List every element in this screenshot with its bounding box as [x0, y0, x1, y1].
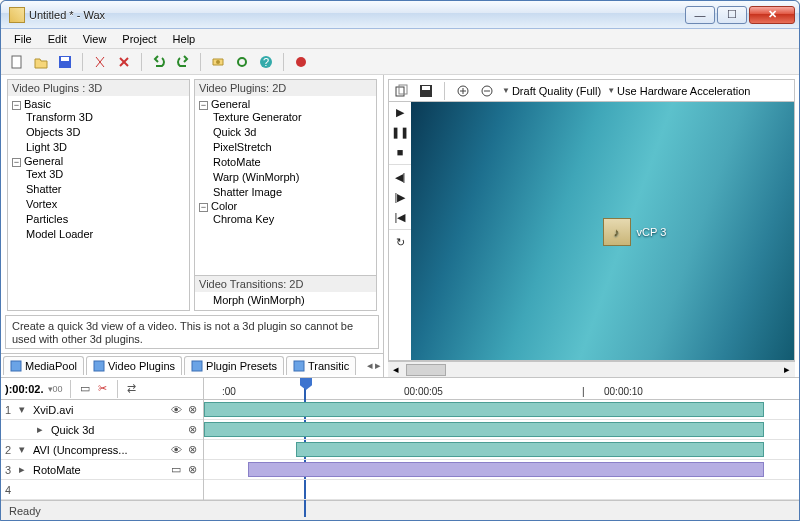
tree-item[interactable]: Shatter Image	[213, 185, 372, 200]
track-header[interactable]: ▸Quick 3d⊗	[1, 420, 203, 440]
tree-item[interactable]: Model Loader	[26, 227, 185, 242]
tree-group[interactable]: −General	[12, 155, 185, 167]
timeline-tool-2-icon[interactable]: ✂	[96, 382, 110, 396]
preview-viewport[interactable]: ♪ vCP 3	[411, 102, 794, 360]
record-icon[interactable]	[291, 52, 311, 72]
goto-start-icon[interactable]: ◀|	[389, 167, 411, 187]
track-header[interactable]: 4	[1, 480, 203, 500]
expander-icon[interactable]: −	[199, 101, 208, 110]
preview-clip[interactable]: ♪ vCP 3	[603, 218, 667, 246]
menu-file[interactable]: File	[7, 31, 39, 47]
tree-item[interactable]: Vortex	[26, 197, 185, 212]
accel-dropdown[interactable]: ▼Use Hardware Acceleration	[607, 85, 750, 97]
tab-mediapool[interactable]: MediaPool	[3, 356, 84, 375]
tree-group[interactable]: −General	[199, 98, 372, 110]
save-icon[interactable]	[55, 52, 75, 72]
tree-item[interactable]: Light 3D	[26, 140, 185, 155]
redo-icon[interactable]	[173, 52, 193, 72]
tree-item[interactable]: Texture Generator	[213, 110, 372, 125]
delete-icon[interactable]	[114, 52, 134, 72]
tab-video-plugins[interactable]: Video Plugins	[86, 356, 182, 375]
clip[interactable]	[296, 442, 764, 457]
expander-icon[interactable]: −	[12, 158, 21, 167]
track-header[interactable]: 1▾XviD.avi👁⊗	[1, 400, 203, 420]
clip[interactable]	[204, 422, 764, 437]
preview-scrollbar[interactable]: ◂ ▸	[388, 361, 795, 377]
tree-item[interactable]: Chroma Key	[213, 212, 372, 227]
tree-group[interactable]: −Color	[199, 200, 372, 212]
quality-dropdown[interactable]: ▼Draft Quality (Full)	[502, 85, 601, 97]
menu-help[interactable]: Help	[166, 31, 203, 47]
track-row[interactable]	[204, 440, 799, 460]
step-frame-icon[interactable]: |▶	[389, 187, 411, 207]
undo-icon[interactable]	[149, 52, 169, 72]
maximize-button[interactable]: ☐	[717, 6, 747, 24]
expander-icon[interactable]: ▾	[19, 403, 29, 416]
close-button[interactable]: ✕	[749, 6, 795, 24]
cut-icon[interactable]	[90, 52, 110, 72]
close-icon[interactable]: ⊗	[185, 423, 199, 437]
tree-item[interactable]: Text 3D	[26, 167, 185, 182]
new-icon[interactable]	[7, 52, 27, 72]
expander-icon[interactable]: −	[12, 101, 21, 110]
tab-plugin-presets[interactable]: Plugin Presets	[184, 356, 284, 375]
tab-scroll-right-icon[interactable]: ▸	[375, 359, 381, 372]
track-clips[interactable]	[204, 400, 799, 500]
clip[interactable]	[204, 402, 764, 417]
loop-icon[interactable]: ↻	[389, 232, 411, 252]
timecode-display[interactable]: ):00:02.	[5, 383, 44, 395]
track-row[interactable]	[204, 400, 799, 420]
track-header[interactable]: 2▾AVI (Uncompress...👁⊗	[1, 440, 203, 460]
expander-icon[interactable]: ▸	[37, 423, 47, 436]
tab-transitic[interactable]: Transitic	[286, 356, 356, 375]
open-icon[interactable]	[31, 52, 51, 72]
menu-edit[interactable]: Edit	[41, 31, 74, 47]
timeline-tool-1-icon[interactable]: ▭	[78, 382, 92, 396]
tree-item[interactable]: Transform 3D	[26, 110, 185, 125]
stop-icon[interactable]: ■	[389, 142, 411, 162]
expander-icon[interactable]: ▸	[19, 463, 29, 476]
eye-icon[interactable]: 👁	[169, 403, 183, 417]
tree-item[interactable]: Objects 3D	[26, 125, 185, 140]
menu-project[interactable]: Project	[115, 31, 163, 47]
track-row[interactable]	[204, 420, 799, 440]
expander-icon[interactable]: ▾	[19, 443, 29, 456]
track-header[interactable]: 3▸RotoMate▭⊗	[1, 460, 203, 480]
tree-item[interactable]: Warp (WinMorph)	[213, 170, 372, 185]
plugins-2d-tree[interactable]: −GeneralTexture GeneratorQuick 3dPixelSt…	[195, 96, 376, 275]
tree-item[interactable]: Particles	[26, 212, 185, 227]
prefs-icon[interactable]	[232, 52, 252, 72]
transitions-2d-list[interactable]: Morph (WinMorph)	[195, 292, 376, 310]
track-row[interactable]	[204, 480, 799, 500]
clip[interactable]	[248, 462, 764, 477]
plugins-3d-tree[interactable]: −BasicTransform 3DObjects 3DLight 3D−Gen…	[8, 96, 189, 310]
menu-view[interactable]: View	[76, 31, 114, 47]
scroll-right-icon[interactable]: ▸	[779, 363, 795, 376]
tree-item[interactable]: RotoMate	[213, 155, 372, 170]
zoom-out-icon[interactable]	[478, 82, 496, 100]
track-row[interactable]	[204, 460, 799, 480]
save-frame-icon[interactable]	[417, 82, 435, 100]
pause-icon[interactable]: ❚❚	[389, 122, 411, 142]
close-icon[interactable]: ⊗	[185, 463, 199, 477]
render-icon[interactable]	[208, 52, 228, 72]
goto-end-icon[interactable]: |◀	[389, 207, 411, 227]
tree-group[interactable]: −Basic	[12, 98, 185, 110]
tree-item[interactable]: Morph (WinMorph)	[213, 294, 370, 306]
timeline-ruler[interactable]: :0000:00:05|00:00:10	[204, 378, 799, 399]
zoom-in-icon[interactable]	[454, 82, 472, 100]
eye-icon[interactable]: 👁	[169, 443, 183, 457]
expander-icon[interactable]: −	[199, 203, 208, 212]
copy-icon[interactable]	[393, 82, 411, 100]
tree-item[interactable]: Quick 3d	[213, 125, 372, 140]
title-bar[interactable]: Untitled * - Wax — ☐ ✕	[1, 1, 799, 29]
play-icon[interactable]: ▶	[389, 102, 411, 122]
close-icon[interactable]: ⊗	[185, 443, 199, 457]
minimize-button[interactable]: —	[685, 6, 715, 24]
tab-scroll-left-icon[interactable]: ◂	[367, 359, 373, 372]
tree-item[interactable]: PixelStretch	[213, 140, 372, 155]
scroll-left-icon[interactable]: ◂	[388, 363, 404, 376]
scroll-thumb[interactable]	[406, 364, 446, 376]
tree-item[interactable]: Shatter	[26, 182, 185, 197]
cam-icon[interactable]: ▭	[169, 463, 183, 477]
